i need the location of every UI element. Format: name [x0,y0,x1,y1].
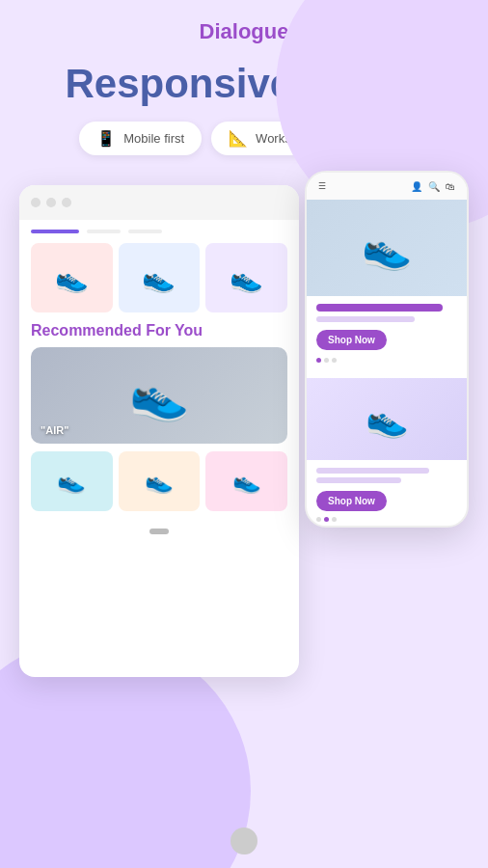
phone-dots-2 [316,517,457,522]
big-shoe-img: 👟 [31,347,287,444]
dot-a [316,517,321,522]
phone-product-section-1: Shop Now [307,296,467,378]
hamburger-icon: ☰ [318,181,326,191]
hero-shoe-icon: 👟 [362,225,412,272]
phone-status-bar: ☰ 👤 🔍 🛍 [307,173,467,200]
pill-mobile-label: Mobile first [123,131,184,146]
page-container: Dialogue Responsive layout 📱 Mobile firs… [0,0,488,868]
scroll-indicator [149,529,169,534]
dot-c [332,517,337,522]
mockups-area: 👟 👟 👟 Recommended For You 👟 "AIR" 👟 [0,171,488,740]
shoe-grid-top: 👟 👟 👟 [31,243,287,312]
ruler-icon: 📐 [229,129,248,148]
small-shoe-3: 👟 [205,451,287,511]
phone-mockup: ☰ 👤 🔍 🛍 👟 Shop Now [305,171,469,528]
small-shoe-grid: 👟 👟 👟 [31,451,287,511]
desktop-tab-bar [31,230,287,233]
big-shoe-label: "AIR" [41,424,68,436]
small-shoe-1: 👟 [31,451,113,511]
shoe-img-3: 👟 [205,243,287,312]
dot-3 [62,198,71,207]
dot-1 [324,358,329,363]
tab-inactive-1 [87,230,121,233]
shoe-card-1: 👟 [31,243,113,312]
logo: Dialogue [200,19,289,43]
phone-subtitle-bar [316,316,415,322]
person-icon: 👤 [411,181,422,192]
shop-now-button-2[interactable]: Shop Now [316,491,387,511]
phone-title-bar [316,304,443,312]
shoe-img-1: 👟 [31,243,113,312]
dot-2 [46,198,56,207]
dot-active [316,358,321,363]
recommended-title: Recommended For You [31,322,287,339]
dot-2 [332,358,337,363]
phone-content: 👟 Shop Now 👟 [307,200,467,528]
small-shoe-2: 👟 [119,451,201,511]
phone-product-section-2: Shop Now [307,460,467,528]
desktop-content: 👟 👟 👟 Recommended For You 👟 "AIR" 👟 [19,220,299,548]
phone-bar-4 [316,477,401,483]
shoe-img-2: 👟 [119,243,201,312]
big-shoe-card: 👟 "AIR" [31,347,287,444]
desktop-titlebar [19,185,299,220]
phone-status-icons: 👤 🔍 🛍 [411,181,455,192]
phone-hero-img: 👟 [307,200,467,296]
pill-mobile-first: 📱 Mobile first [79,122,202,155]
phone-shoe-img: 👟 [307,378,467,460]
tab-inactive-2 [128,230,162,233]
shoe-card-2: 👟 [119,243,201,312]
tab-active [31,230,79,233]
dot-1 [31,198,41,207]
bottom-scroll-indicator [230,827,258,854]
shoe-card-3: 👟 [205,243,287,312]
phone-shoe-icon: 👟 [366,399,409,440]
desktop-scroll-dot [31,521,287,538]
desktop-mockup: 👟 👟 👟 Recommended For You 👟 "AIR" 👟 [19,185,299,677]
shop-now-button-1[interactable]: Shop Now [316,330,387,350]
phone-dots-1 [316,358,457,363]
mobile-icon: 📱 [96,129,116,148]
bag-icon: 🛍 [446,181,455,192]
phone-bar-3 [316,468,429,474]
dot-b [324,517,329,522]
search-icon: 🔍 [428,181,440,192]
